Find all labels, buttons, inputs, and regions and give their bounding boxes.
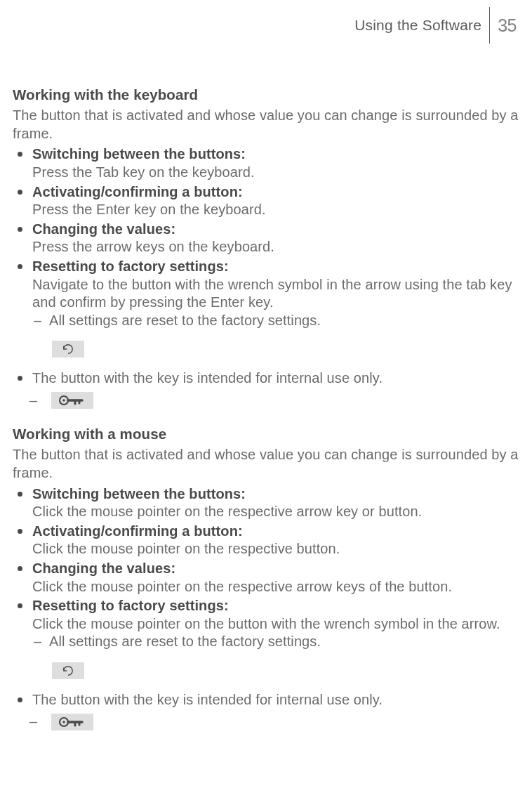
list-item: Resetting to factory settings: Click the… (32, 597, 519, 651)
list-item: Changing the values: Click the mouse poi… (32, 560, 519, 596)
item-bold: Changing the values: (32, 560, 519, 578)
dash-mark: – (29, 713, 37, 731)
svg-point-1 (63, 400, 65, 402)
item-bold: Resetting to factory settings: (32, 597, 519, 615)
item-text: Press the Tab key on the keyboard. (32, 164, 255, 180)
item-text: Press the Enter key on the keyboard. (32, 202, 266, 217)
key-icon-row: – (29, 713, 519, 731)
sub-item: All settings are reset to the factory se… (49, 312, 519, 330)
reset-arrow-icon (52, 341, 84, 358)
page-content: Working with the keyboard The button tha… (0, 51, 532, 731)
key-icon (51, 714, 93, 730)
item-text: Click the mouse pointer on the respectiv… (32, 579, 452, 594)
list-item: The button with the key is intended for … (32, 369, 519, 388)
section-keyboard-heading: Working with the keyboard (13, 86, 519, 104)
list-item: Activating/confirming a button: Click th… (32, 523, 519, 558)
list-item: Switching between the buttons: Press the… (32, 145, 519, 181)
list-item: Resetting to factory settings: Navigate … (32, 258, 519, 329)
list-item: Changing the values: Press the arrow key… (32, 221, 519, 256)
key-icon (51, 392, 93, 409)
item-text: Press the arrow keys on the keyboard. (32, 239, 274, 254)
keyboard-list-tail: The button with the key is intended for … (13, 369, 519, 388)
page-number: 35 (498, 15, 517, 36)
item-bold: Switching between the buttons: (32, 485, 519, 504)
item-text: Navigate to the button with the wrench s… (32, 277, 512, 310)
section-mouse-heading: Working with a mouse (13, 425, 519, 443)
svg-point-3 (63, 721, 65, 723)
item-bold: Activating/confirming a button: (32, 523, 519, 541)
header-title: Using the Software (354, 17, 481, 34)
section-mouse-intro: The button that is activated and whose v… (13, 446, 519, 482)
item-text: Click the mouse pointer on the respectiv… (32, 541, 340, 556)
mouse-list: Switching between the buttons: Click the… (13, 485, 519, 651)
dash-mark: – (29, 392, 37, 410)
item-text: The button with the key is intended for … (32, 692, 383, 707)
list-item: The button with the key is intended for … (32, 691, 519, 709)
sub-list: All settings are reset to the factory se… (32, 633, 519, 651)
item-bold: Activating/confirming a button: (32, 183, 519, 202)
item-bold: Resetting to factory settings: (32, 258, 519, 276)
mouse-list-tail: The button with the key is intended for … (13, 691, 519, 709)
keyboard-list: Switching between the buttons: Press the… (13, 145, 519, 329)
reset-icon-row (52, 341, 519, 360)
sub-list: All settings are reset to the factory se… (32, 312, 519, 330)
reset-icon-row (52, 662, 519, 681)
sub-item: All settings are reset to the factory se… (49, 633, 519, 651)
list-item: Switching between the buttons: Click the… (32, 485, 519, 521)
item-bold: Changing the values: (32, 221, 519, 239)
key-icon-row: – (29, 392, 519, 410)
section-keyboard-intro: The button that is activated and whose v… (13, 107, 519, 143)
list-item: Activating/confirming a button: Press th… (32, 183, 519, 219)
item-text: The button with the key is intended for … (32, 370, 383, 386)
page-header: Using the Software 35 (0, 0, 532, 51)
item-bold: Switching between the buttons: (32, 145, 519, 164)
reset-arrow-icon (52, 662, 84, 679)
header-divider (489, 7, 490, 44)
item-text: Click the mouse pointer on the button wi… (32, 616, 500, 631)
item-text: Click the mouse pointer on the respectiv… (32, 504, 422, 519)
